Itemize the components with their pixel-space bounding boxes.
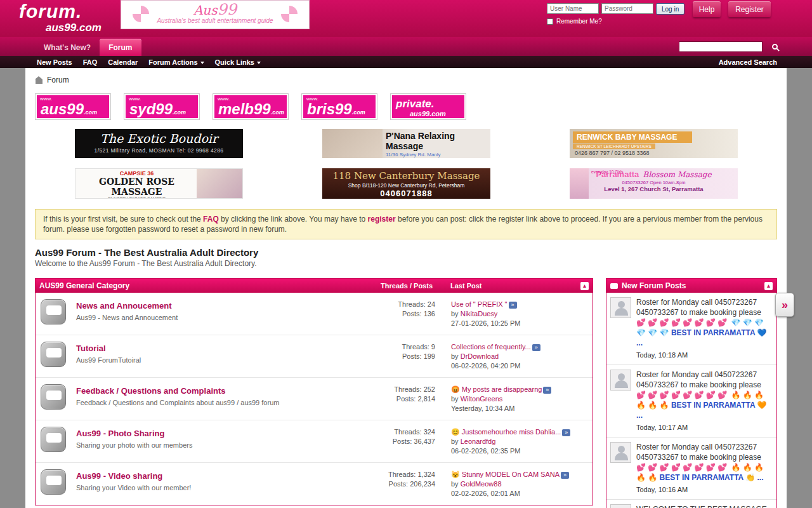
header: forum. aus99.com Aus99 Australia's best … [0, 0, 812, 37]
forum-stats: Threads: 24Posts: 136 [356, 299, 451, 328]
forum-row-feedback: Feedback / Questions and Complaints Feed… [36, 377, 593, 420]
collapse-icon[interactable]: ▴ [580, 282, 589, 290]
forum-row-video-sharing: Aus99 - Video sharing Sharing your Video… [36, 462, 593, 505]
goto-last-post-icon[interactable]: » [543, 387, 551, 394]
home-icon[interactable] [36, 79, 43, 84]
user-link[interactable]: WiltonGreens [461, 395, 503, 403]
chevron-down-icon [200, 62, 204, 64]
forum-row-photo-sharing: Aus99 - Photo Sharing Sharing your photo… [36, 420, 593, 462]
nav-faq[interactable]: FAQ [83, 58, 98, 66]
search-icon [772, 44, 778, 50]
goto-last-post-icon[interactable]: » [562, 429, 570, 436]
search-input[interactable] [679, 41, 763, 52]
username-input[interactable] [547, 3, 599, 14]
avatar[interactable] [610, 504, 631, 508]
forum-link[interactable]: Aus99 - Video sharing [76, 471, 162, 481]
breadcrumb: Forum [25, 68, 787, 84]
sidebar-post: Roster for Monday call 0450723267 045073… [606, 293, 776, 365]
new-forum-posts-header[interactable]: New Forum Posts ▴ [606, 279, 776, 293]
forum-row-news: News and Annoucement Aus99 - News and An… [36, 293, 593, 335]
chevron-down-icon [257, 62, 261, 64]
ad-pnana-massage[interactable]: P'Nana Relaxing Massage 11/36 Sydney Rd.… [322, 129, 490, 158]
tab-forum[interactable]: Forum [100, 39, 141, 56]
register-button[interactable]: Register [728, 1, 771, 17]
ad-118-canterbury-massage[interactable]: 118 New Canterbury Massage Shop B/118-12… [322, 168, 490, 199]
logo-syd99[interactable]: www. syd99.com [124, 93, 200, 120]
logo-aus99[interactable]: www. aus99.com [35, 93, 111, 120]
welcome-text: Welcome to the Aus99 Forum - The Best Au… [35, 259, 777, 268]
forum-link[interactable]: Tutorial [76, 344, 106, 353]
nav-new-posts[interactable]: New Posts [37, 58, 72, 66]
nav-quick-links[interactable]: Quick Links [215, 58, 261, 66]
password-input[interactable] [601, 3, 653, 14]
tab-whats-new[interactable]: What's New? [35, 39, 100, 56]
forum-link[interactable]: Feedback / Questions and Complaints [76, 386, 226, 396]
user-link[interactable]: Leonardfdg [461, 438, 496, 445]
forum-description: Aus99 - News and Annoucement [76, 314, 356, 321]
logo-bris99[interactable]: www. bris99.com [301, 93, 377, 120]
collapse-icon[interactable]: ▴ [764, 282, 773, 290]
register-link[interactable]: register [368, 215, 396, 224]
page-content: Forum www. aus99.com www. syd99.com www.… [25, 68, 787, 508]
forum-lastpost: 😡 My posts are disappearng» by WiltonGre… [451, 384, 587, 413]
forum-description: Feedback / Questions and Complaints abou… [76, 399, 356, 406]
search-button[interactable] [768, 40, 782, 53]
forum-description: Aus99 ForumTutoiral [76, 356, 356, 364]
forum-link[interactable]: News and Annoucement [76, 301, 171, 311]
forum-stats: Threads: 1,324Posts: 206,234 [356, 469, 451, 498]
lastpost-link[interactable]: Justsomehourhoe miss Dahlia... [462, 428, 561, 436]
sidebar: New Forum Posts ▴ Roster for Monday call… [606, 278, 777, 508]
first-visit-notice: If this is your first visit, be sure to … [35, 209, 777, 239]
forum-lastpost: 😊 Justsomehourhoe miss Dahlia...» by Leo… [451, 427, 587, 456]
ad-golden-rose-massage[interactable]: CAMPSIE 36 GOLDEN ROSE MASSAGE 36 NORTH … [75, 168, 243, 199]
goto-last-post-icon[interactable]: » [561, 472, 569, 479]
lastpost-link[interactable]: Use of " PREFIX " [451, 300, 508, 308]
ad-row-1: The Exotic Boudoir 1/521 Military Road, … [75, 129, 787, 158]
tab-bar: What's New? Forum [0, 37, 812, 56]
sidebar-expand-button[interactable]: » [775, 293, 794, 317]
user-link[interactable]: GoldMeow88 [461, 480, 502, 488]
forum-lastpost: Collections of frequently...» by DrDownl… [451, 342, 587, 371]
ad-renwick-massage[interactable]: RENWICK BABY MASSAGE RENWICK ST LEICHHAR… [570, 129, 738, 158]
advanced-search-link[interactable]: Advanced Search [719, 58, 777, 66]
forum-link[interactable]: Aus99 - Photo Sharing [76, 429, 164, 438]
lastpost-link[interactable]: My posts are disappearng [462, 385, 542, 393]
breadcrumb-forum[interactable]: Forum [47, 76, 69, 84]
user-link[interactable]: DrDownload [461, 352, 499, 360]
photo-placeholder [322, 129, 383, 158]
login-button[interactable]: Log in [656, 3, 684, 15]
nav-forum-actions[interactable]: Forum Actions [148, 58, 204, 66]
remember-me-checkbox[interactable] [547, 18, 553, 25]
user-link[interactable]: NikitaDuesy [461, 310, 498, 318]
lastpost-link[interactable]: Collections of frequently... [451, 343, 531, 351]
forum-stats: Threads: 9Posts: 199 [356, 342, 451, 371]
ad-row-2: CAMPSIE 36 GOLDEN ROSE MASSAGE 36 NORTH … [75, 168, 787, 199]
site-logo-row: www. aus99.com www. syd99.com www. melb9… [35, 93, 787, 120]
avatar[interactable] [610, 442, 631, 463]
avatar[interactable] [610, 370, 631, 391]
logo-melb99[interactable]: www. melb99.com [213, 93, 289, 120]
sidebar-post: Roster for Monday call 0450723267 045073… [606, 365, 776, 438]
lastpost-link[interactable]: Stunny MODEL On CAM SANA [462, 471, 560, 478]
help-button[interactable]: Help [693, 1, 721, 17]
logo-subtext: aus99.com [46, 22, 102, 33]
site-logo[interactable]: forum. aus99.com [19, 2, 102, 33]
avatar[interactable] [610, 297, 631, 318]
forum-lastpost: 😺 Stunny MODEL On CAM SANA» by GoldMeow8… [451, 469, 587, 498]
sidebar-post: Roster for Monday call 0450723267 045073… [606, 438, 776, 500]
ad-exotic-boudoir[interactable]: The Exotic Boudoir 1/521 Military Road, … [75, 129, 243, 158]
thread-emoji: 😡 [451, 385, 460, 393]
logo-private-aus99[interactable]: private. aus99.com [390, 93, 466, 120]
aus99-banner-ad[interactable]: Aus99 Australia's best adult entertainme… [121, 0, 310, 29]
forum-icon [41, 384, 66, 410]
forum-lastpost: Use of " PREFIX "» by NikitaDuesy 27-01-… [451, 299, 587, 328]
windmill-icon [133, 6, 149, 22]
goto-last-post-icon[interactable]: » [509, 302, 517, 309]
photo-placeholder [570, 168, 589, 199]
category-header[interactable]: AUS99 General Category Threads / Posts L… [36, 279, 593, 293]
ad-blossom-massage[interactable]: everyday 10 Girls ParramattaBlossom Mass… [570, 168, 738, 199]
nav-calendar[interactable]: Calendar [108, 58, 138, 66]
goto-last-post-icon[interactable]: » [532, 344, 540, 351]
faq-link[interactable]: FAQ [203, 215, 219, 224]
page-title: Aus99 Forum - The Best Australia Adult D… [35, 247, 777, 258]
